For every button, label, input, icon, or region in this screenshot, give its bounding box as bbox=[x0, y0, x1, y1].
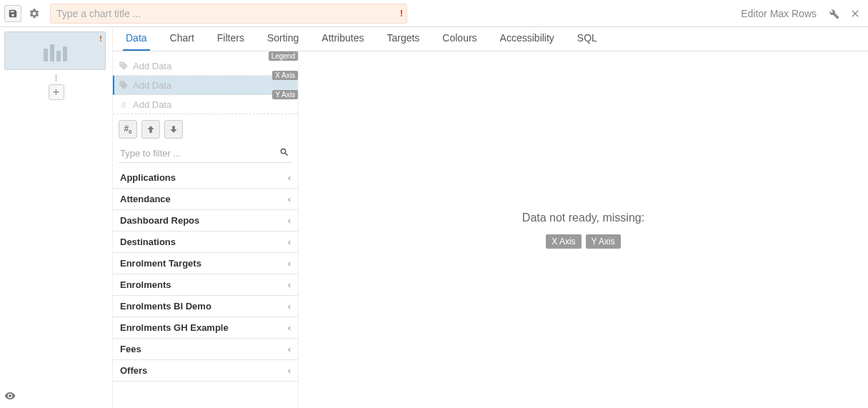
category-enrolments-gh-example[interactable]: Enrolments GH Example‹ bbox=[113, 317, 298, 339]
tab-sorting[interactable]: Sorting bbox=[264, 26, 301, 51]
arrow-up-icon bbox=[146, 124, 156, 134]
legend-badge: Legend bbox=[269, 51, 298, 61]
category-offers[interactable]: Offers‹ bbox=[113, 360, 298, 382]
panel-tools: #0 bbox=[113, 114, 298, 144]
chart-thumbnail[interactable]: ! bbox=[4, 31, 106, 70]
hash-icon: # bbox=[119, 99, 129, 109]
chevron-left-icon: ‹ bbox=[288, 173, 291, 183]
preview-toggle[interactable] bbox=[4, 390, 16, 404]
settings-button[interactable] bbox=[26, 5, 43, 22]
hash-sub-icon: #0 bbox=[124, 124, 131, 135]
bar-chart-icon bbox=[44, 40, 67, 61]
save-icon bbox=[8, 9, 18, 19]
chart-canvas: Data not ready, missing: X Axis Y Axis bbox=[299, 51, 868, 408]
warning-icon: ! bbox=[99, 34, 102, 43]
category-label: Applications bbox=[120, 172, 176, 183]
move-down-button[interactable] bbox=[164, 120, 183, 139]
dropzone-legend-placeholder: Add Data bbox=[133, 61, 171, 71]
chart-title-field-wrap: ! bbox=[50, 4, 407, 24]
category-dashboard-repos[interactable]: Dashboard Repos‹ bbox=[113, 210, 298, 232]
wrench-icon bbox=[828, 8, 839, 19]
dropzone-xaxis-placeholder: Add Data bbox=[133, 80, 171, 91]
chevron-left-icon: ‹ bbox=[288, 344, 291, 354]
category-label: Attendance bbox=[120, 194, 171, 204]
category-label: Fees bbox=[120, 344, 141, 354]
dropzone-yaxis[interactable]: Y Axis # Add Data bbox=[113, 95, 298, 114]
plus-icon: + bbox=[53, 86, 59, 99]
chevron-left-icon: ‹ bbox=[288, 302, 291, 312]
editor-tabs: Data Chart Filters Sorting Attributes Ta… bbox=[113, 27, 868, 51]
left-rail: ! | + bbox=[0, 27, 113, 408]
category-attendance[interactable]: Attendance‹ bbox=[113, 189, 298, 210]
chevron-left-icon: ‹ bbox=[288, 259, 291, 269]
canvas-message: Data not ready, missing: bbox=[522, 212, 644, 224]
chart-title-input[interactable] bbox=[50, 4, 407, 24]
chevron-left-icon: ‹ bbox=[288, 366, 291, 376]
top-toolbar: ! Editor Max Rows bbox=[0, 0, 868, 27]
search-button[interactable] bbox=[279, 147, 289, 159]
tab-accessibility[interactable]: Accessibility bbox=[497, 26, 557, 51]
filter-field-wrap bbox=[113, 144, 298, 167]
category-label: Enrolments GH Example bbox=[120, 322, 229, 333]
editor-max-rows-label[interactable]: Editor Max Rows bbox=[741, 8, 817, 19]
content-body: Legend Add Data X Axis Add Data Y Axis #… bbox=[113, 51, 868, 408]
arrow-down-icon bbox=[169, 124, 179, 134]
chevron-left-icon: ‹ bbox=[288, 280, 291, 290]
category-label: Dashboard Repos bbox=[120, 215, 199, 226]
dropzone-legend[interactable]: Legend Add Data bbox=[113, 56, 298, 76]
category-label: Enrolment Targets bbox=[120, 258, 201, 269]
tab-sql[interactable]: SQL bbox=[574, 26, 600, 51]
category-enrolments-bi-demo[interactable]: Enrolments BI Demo‹ bbox=[113, 296, 298, 317]
chevron-left-icon: ‹ bbox=[288, 194, 291, 204]
add-tile-button[interactable]: + bbox=[49, 84, 64, 100]
category-label: Enrolments BI Demo bbox=[120, 301, 211, 312]
chevron-left-icon: ‹ bbox=[288, 237, 291, 247]
category-label: Enrolments bbox=[120, 279, 171, 290]
category-destinations[interactable]: Destinations‹ bbox=[113, 232, 298, 253]
number-format-button[interactable]: #0 bbox=[119, 120, 137, 139]
thumbnail-caret: | bbox=[4, 74, 108, 81]
tab-filters[interactable]: Filters bbox=[214, 26, 247, 51]
move-up-button[interactable] bbox=[141, 120, 160, 139]
tab-colours[interactable]: Colours bbox=[439, 26, 479, 51]
dropzone-xaxis[interactable]: X Axis Add Data bbox=[113, 76, 298, 95]
search-icon bbox=[279, 147, 289, 157]
tab-attributes[interactable]: Attributes bbox=[319, 26, 366, 51]
warning-icon: ! bbox=[400, 9, 403, 19]
xaxis-badge: X Axis bbox=[272, 71, 298, 80]
tab-chart[interactable]: Chart bbox=[167, 26, 197, 51]
data-panel: Legend Add Data X Axis Add Data Y Axis #… bbox=[113, 51, 299, 408]
save-button[interactable] bbox=[4, 5, 21, 22]
close-button[interactable] bbox=[847, 5, 864, 22]
yaxis-badge: Y Axis bbox=[272, 90, 298, 99]
category-enrolments[interactable]: Enrolments‹ bbox=[113, 274, 298, 296]
tab-data[interactable]: Data bbox=[123, 26, 150, 51]
category-enrolment-targets[interactable]: Enrolment Targets‹ bbox=[113, 253, 298, 274]
chevron-left-icon: ‹ bbox=[288, 323, 291, 333]
gear-icon bbox=[29, 8, 40, 19]
missing-yaxis-chip: Y Axis bbox=[586, 234, 621, 249]
close-icon bbox=[849, 8, 861, 19]
category-label: Offers bbox=[120, 365, 147, 376]
tools-button[interactable] bbox=[825, 5, 842, 22]
tag-icon bbox=[119, 80, 129, 90]
content-area: Data Chart Filters Sorting Attributes Ta… bbox=[113, 27, 868, 408]
category-list: Applications‹ Attendance‹ Dashboard Repo… bbox=[113, 167, 298, 408]
eye-icon bbox=[4, 390, 16, 402]
filter-input[interactable] bbox=[119, 144, 292, 163]
category-label: Destinations bbox=[120, 237, 176, 247]
dropzone-yaxis-placeholder: Add Data bbox=[133, 99, 171, 110]
main-area: ! | + Data Chart Filters Sorting Attribu… bbox=[0, 27, 868, 408]
chevron-left-icon: ‹ bbox=[288, 216, 291, 226]
missing-chips: X Axis Y Axis bbox=[546, 234, 621, 249]
missing-xaxis-chip: X Axis bbox=[546, 234, 581, 249]
category-applications[interactable]: Applications‹ bbox=[113, 167, 298, 189]
tag-icon bbox=[119, 61, 129, 71]
category-fees[interactable]: Fees‹ bbox=[113, 339, 298, 360]
tab-targets[interactable]: Targets bbox=[384, 26, 422, 51]
